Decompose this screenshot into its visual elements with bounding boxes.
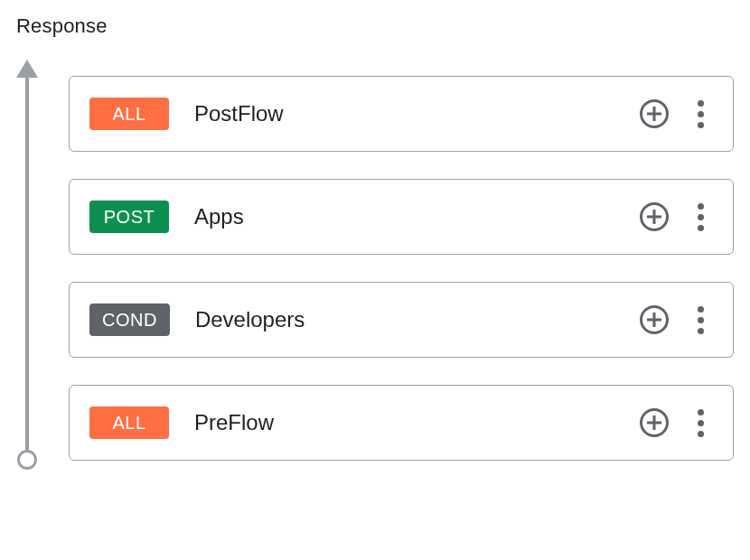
- method-badge: COND: [89, 303, 170, 336]
- method-badge: POST: [89, 201, 169, 233]
- add-step-button[interactable]: [636, 302, 672, 338]
- flow-name: Apps: [194, 204, 636, 229]
- flow-name: Developers: [195, 307, 636, 332]
- kebab-icon: [692, 304, 709, 336]
- kebab-icon: [692, 201, 709, 233]
- kebab-icon: [692, 98, 709, 130]
- flow-card-preflow[interactable]: ALL PreFlow: [69, 385, 734, 461]
- plus-circle-icon: [640, 202, 669, 231]
- add-step-button[interactable]: [636, 405, 672, 441]
- plus-circle-icon: [640, 408, 669, 437]
- arrow-line: [25, 74, 29, 461]
- flow-list: ALL PostFlow POST Apps: [58, 60, 734, 470]
- flow-actions: [636, 198, 713, 237]
- plus-circle-icon: [640, 305, 669, 334]
- more-options-button[interactable]: [689, 301, 713, 340]
- add-step-button[interactable]: [636, 199, 672, 235]
- flow-card-apps[interactable]: POST Apps: [69, 179, 734, 255]
- flow-actions: [636, 404, 713, 443]
- add-step-button[interactable]: [636, 96, 672, 132]
- more-options-button[interactable]: [689, 95, 713, 134]
- more-options-button[interactable]: [689, 198, 713, 237]
- more-options-button[interactable]: [689, 404, 713, 443]
- method-badge: ALL: [89, 98, 169, 130]
- flow-card-developers[interactable]: COND Developers: [69, 282, 734, 358]
- section-title: Response: [16, 14, 734, 38]
- arrow-origin-circle: [17, 450, 37, 470]
- flow-direction-indicator: [16, 60, 58, 470]
- flow-name: PreFlow: [194, 410, 636, 435]
- flow-actions: [636, 301, 713, 340]
- flow-actions: [636, 95, 713, 134]
- flow-card-postflow[interactable]: ALL PostFlow: [69, 76, 734, 152]
- kebab-icon: [692, 407, 709, 439]
- method-badge: ALL: [89, 406, 169, 439]
- response-flow-panel: ALL PostFlow POST Apps: [16, 60, 734, 470]
- flow-name: PostFlow: [194, 101, 636, 126]
- plus-circle-icon: [640, 99, 669, 128]
